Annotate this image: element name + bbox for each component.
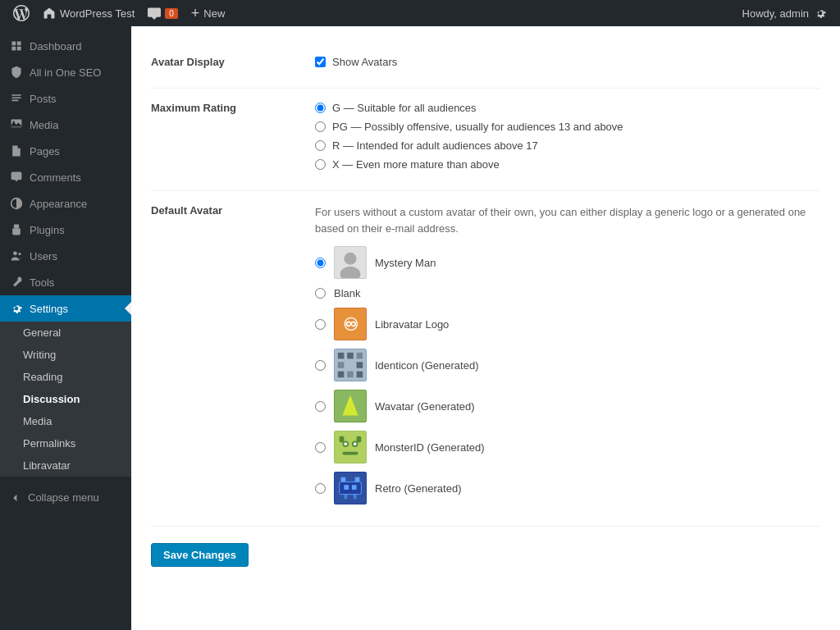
sidebar-label-comments: Comments: [30, 171, 81, 184]
sidebar-item-all-in-one-seo[interactable]: All in One SEO: [0, 59, 131, 85]
new-content-link[interactable]: + New: [185, 0, 232, 26]
svg-point-5: [18, 253, 21, 255]
svg-rect-18: [347, 372, 354, 378]
sidebar-label-media: Media: [30, 119, 58, 131]
avatar-monsterid-label[interactable]: MonsterID (Generated): [375, 441, 485, 454]
avatar-retro-radio[interactable]: [315, 483, 326, 494]
svg-rect-38: [352, 485, 357, 490]
gear-icon: [814, 7, 827, 20]
default-avatar-description: For users without a custom avatar of the…: [315, 204, 820, 236]
show-avatars-label[interactable]: Show Avatars: [332, 56, 397, 68]
rating-pg-radio[interactable]: [315, 121, 326, 132]
pages-icon: [10, 144, 23, 158]
svg-rect-22: [335, 431, 366, 463]
submenu-item-general[interactable]: General: [0, 322, 131, 344]
svg-rect-17: [338, 372, 345, 378]
rating-g-radio[interactable]: [315, 103, 326, 113]
sidebar-item-appearance[interactable]: Appearance: [0, 190, 131, 217]
sidebar-item-comments[interactable]: Comments: [0, 164, 131, 190]
sidebar-label-settings: Settings: [30, 303, 68, 315]
sidebar-item-pages[interactable]: Pages: [0, 138, 131, 164]
submenu-item-libravatar[interactable]: Libravatar: [0, 454, 131, 477]
sidebar-item-tools[interactable]: Tools: [0, 269, 131, 295]
svg-rect-19: [357, 372, 363, 378]
submenu-item-reading[interactable]: Reading: [0, 366, 131, 388]
svg-rect-37: [344, 485, 349, 490]
svg-rect-29: [357, 436, 362, 443]
howdy-text: Howdy, admin: [742, 7, 809, 20]
rating-r-label[interactable]: R — Intended for adult audiences above 1…: [332, 139, 538, 152]
avatar-identicon-label[interactable]: Identicon (Generated): [375, 359, 478, 372]
submenu-item-writing[interactable]: Writing: [0, 344, 131, 366]
comments-menu-icon: [10, 171, 23, 184]
avatar-libravatar-label[interactable]: Libravatar Logo: [375, 318, 449, 331]
svg-rect-15: [338, 362, 345, 368]
user-menu[interactable]: Howdy, admin: [736, 7, 833, 20]
retro-svg: [335, 472, 366, 504]
tools-icon: [10, 276, 23, 289]
rating-g-label[interactable]: G — Suitable for all audiences: [332, 102, 477, 114]
comments-link[interactable]: 0: [141, 0, 185, 26]
submenu-item-media[interactable]: Media: [0, 410, 131, 432]
avatar-monsterid-radio[interactable]: [315, 442, 326, 453]
site-name-link[interactable]: WordPress Test: [36, 0, 141, 26]
avatar-blank-option: Blank: [315, 287, 820, 299]
monsterid-svg: [335, 431, 366, 463]
mystery-man-svg: [335, 247, 366, 278]
home-icon: [43, 7, 56, 20]
wordpress-icon: [13, 5, 30, 21]
rating-pg-label[interactable]: PG — Possibly offensive, usually for aud…: [332, 121, 623, 133]
svg-rect-14: [357, 353, 363, 359]
sidebar-label-users: Users: [30, 250, 57, 262]
plugins-icon: [10, 223, 23, 236]
avatar-identicon-radio[interactable]: [315, 360, 326, 371]
avatar-wavatar-option: Wavatar (Generated): [315, 390, 820, 422]
rating-x-radio[interactable]: [315, 159, 326, 170]
submenu-item-discussion[interactable]: Discussion: [0, 388, 131, 410]
rating-x-option: X — Even more mature than above: [315, 158, 820, 171]
svg-rect-27: [343, 452, 358, 455]
avatar-wavatar-icon: [334, 390, 367, 422]
wavatar-svg: [335, 390, 366, 422]
submenu-item-permalinks[interactable]: Permalinks: [0, 432, 131, 454]
avatar-identicon-icon: [334, 349, 367, 381]
avatar-blank-label[interactable]: Blank: [334, 287, 361, 299]
show-avatars-checkbox[interactable]: [315, 57, 326, 67]
svg-rect-16: [357, 362, 363, 368]
rating-g-option: G — Suitable for all audiences: [315, 102, 820, 114]
posts-icon: [10, 92, 23, 105]
avatar-libravatar-icon: ♾: [334, 308, 367, 340]
main-content: Avatar Display Show Avatars Maximum Rati…: [131, 26, 840, 630]
sidebar-item-plugins[interactable]: Plugins: [0, 217, 131, 243]
avatar-wavatar-label[interactable]: Wavatar (Generated): [375, 400, 475, 413]
wp-logo[interactable]: [7, 0, 36, 26]
avatar-blank-radio[interactable]: [315, 288, 326, 299]
svg-rect-12: [338, 353, 345, 359]
svg-rect-13: [347, 353, 354, 359]
avatar-wavatar-radio[interactable]: [315, 401, 326, 412]
sidebar-item-dashboard[interactable]: Dashboard: [0, 33, 131, 59]
sidebar-item-media[interactable]: Media: [0, 112, 131, 138]
collapse-label: Collapse menu: [28, 491, 99, 504]
submit-section: Save Changes: [151, 527, 820, 575]
shield-icon: [10, 66, 23, 79]
rating-r-radio[interactable]: [315, 140, 326, 151]
avatar-libravatar-radio[interactable]: [315, 319, 326, 330]
avatar-mystery-radio[interactable]: [315, 258, 326, 268]
avatar-mystery-label[interactable]: Mystery Man: [375, 257, 436, 269]
sidebar-item-users[interactable]: Users: [0, 243, 131, 269]
media-icon: [10, 118, 23, 131]
menu-arrow: [125, 302, 131, 315]
rating-x-label[interactable]: X — Even more mature than above: [332, 158, 500, 171]
save-changes-button[interactable]: Save Changes: [151, 543, 249, 567]
svg-rect-31: [341, 477, 346, 482]
collapse-menu-button[interactable]: Collapse menu: [0, 483, 131, 512]
maximum-rating-label: Maximum Rating: [151, 89, 315, 191]
sidebar-item-settings[interactable]: Settings: [0, 295, 131, 322]
avatar-monsterid-option: MonsterID (Generated): [315, 431, 820, 463]
settings-icon: [10, 302, 23, 315]
avatar-retro-label[interactable]: Retro (Generated): [375, 482, 462, 495]
sidebar-label-tools: Tools: [30, 276, 54, 289]
sidebar-item-posts[interactable]: Posts: [0, 85, 131, 112]
rating-pg-option: PG — Possibly offensive, usually for aud…: [315, 121, 820, 133]
